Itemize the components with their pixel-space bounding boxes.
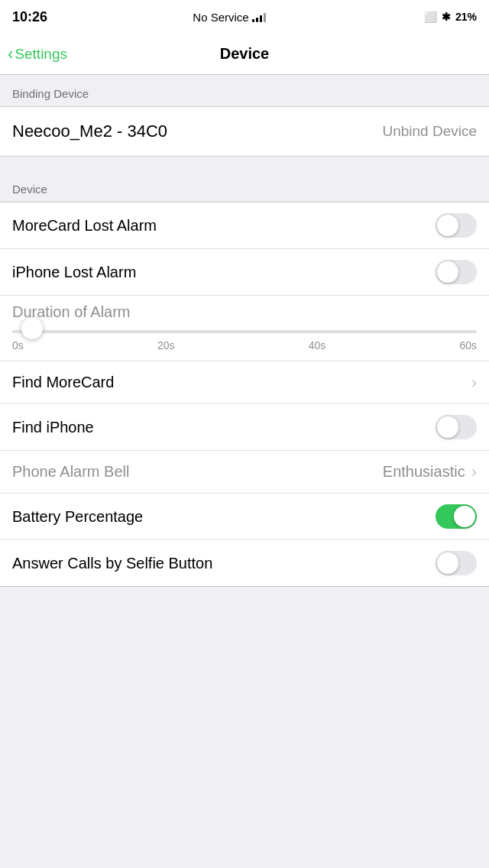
slider-container — [12, 327, 477, 336]
toggle-knob — [454, 506, 475, 527]
list-item[interactable]: Find MoreCard › — [0, 361, 489, 404]
list-item: iPhone Lost Alarm — [0, 249, 489, 296]
nav-bar: ‹ Settings Device — [0, 34, 489, 75]
list-item: MoreCard Lost Alarm — [0, 202, 489, 249]
answer-calls-label: Answer Calls by Selfie Button — [12, 555, 212, 572]
iphone-lost-alarm-toggle[interactable] — [436, 260, 477, 284]
status-time: 10:26 — [12, 9, 58, 25]
slider-track — [12, 330, 477, 333]
status-center: No Service — [193, 11, 265, 24]
status-right: ⬜ ✱ 21% — [400, 11, 477, 23]
binding-device-header: Binding Device — [0, 75, 489, 106]
slider-tick-0: 0s — [12, 339, 24, 351]
phone-alarm-bell-value: Enthusiastic — [383, 463, 465, 481]
answer-calls-toggle[interactable] — [436, 551, 477, 575]
slider-tick-40: 40s — [309, 339, 326, 351]
back-label: Settings — [15, 46, 67, 63]
phone-alarm-bell-right: Enthusiastic › — [383, 462, 477, 482]
find-iphone-toggle[interactable] — [436, 415, 477, 439]
morecard-lost-alarm-toggle[interactable] — [436, 213, 477, 238]
list-item[interactable]: Phone Alarm Bell Enthusiastic › — [0, 451, 489, 494]
device-section-header: Device — [0, 170, 489, 202]
battery-label: 21% — [455, 11, 477, 23]
signal-bar-1 — [252, 19, 254, 22]
page-title: Device — [220, 45, 270, 63]
phone-alarm-bell-label: Phone Alarm Bell — [12, 463, 129, 481]
signal-bar-2 — [256, 18, 258, 22]
signal-bars-icon — [252, 11, 266, 22]
battery-percentage-label: Battery Percentage — [12, 508, 143, 526]
toggle-knob — [437, 552, 458, 574]
list-item: Find iPhone — [0, 404, 489, 451]
duration-of-alarm-label: Duration of Alarm — [12, 303, 477, 321]
list-item: Answer Calls by Selfie Button — [0, 540, 489, 586]
binding-device-row: Neecoo_Me2 - 34C0 Unbind Device — [0, 107, 489, 156]
binding-device-section: Binding Device Neecoo_Me2 - 34C0 Unbind … — [0, 75, 489, 157]
device-section: Device MoreCard Lost Alarm iPhone Lost A… — [0, 170, 489, 587]
iphone-lost-alarm-label: iPhone Lost Alarm — [12, 264, 136, 281]
find-iphone-label: Find iPhone — [12, 419, 94, 436]
unbind-device-button[interactable]: Unbind Device — [382, 123, 477, 140]
no-service-label: No Service — [193, 11, 248, 24]
chevron-right-icon: › — [471, 373, 477, 393]
morecard-lost-alarm-label: MoreCard Lost Alarm — [12, 217, 157, 235]
list-item: Battery Percentage — [0, 494, 489, 540]
bluetooth-icon: ✱ — [442, 11, 451, 23]
slider-tick-60: 60s — [459, 339, 477, 351]
device-name-label: Neecoo_Me2 - 34C0 — [12, 121, 167, 141]
back-chevron-icon: ‹ — [8, 46, 13, 63]
battery-percentage-toggle[interactable] — [436, 504, 477, 529]
chevron-right-icon: › — [471, 462, 477, 482]
signal-bar-4 — [264, 13, 266, 22]
device-section-body: MoreCard Lost Alarm iPhone Lost Alarm Du… — [0, 202, 489, 587]
slider-tick-20: 20s — [157, 339, 175, 351]
status-bar: 10:26 No Service ⬜ ✱ 21% — [0, 0, 489, 34]
slider-thumb[interactable] — [21, 318, 43, 339]
find-morecard-right: › — [471, 373, 477, 393]
screen-mirror-icon: ⬜ — [424, 11, 437, 23]
find-morecard-label: Find MoreCard — [12, 374, 114, 391]
signal-bar-3 — [260, 15, 262, 22]
toggle-knob — [437, 215, 458, 236]
duration-of-alarm-row: Duration of Alarm 0s 20s 40s 60s — [0, 296, 489, 361]
toggle-knob — [437, 416, 458, 438]
slider-ticks: 0s 20s 40s 60s — [12, 336, 477, 358]
back-button[interactable]: ‹ Settings — [8, 46, 67, 63]
toggle-knob — [437, 261, 458, 283]
binding-device-body: Neecoo_Me2 - 34C0 Unbind Device — [0, 106, 489, 157]
